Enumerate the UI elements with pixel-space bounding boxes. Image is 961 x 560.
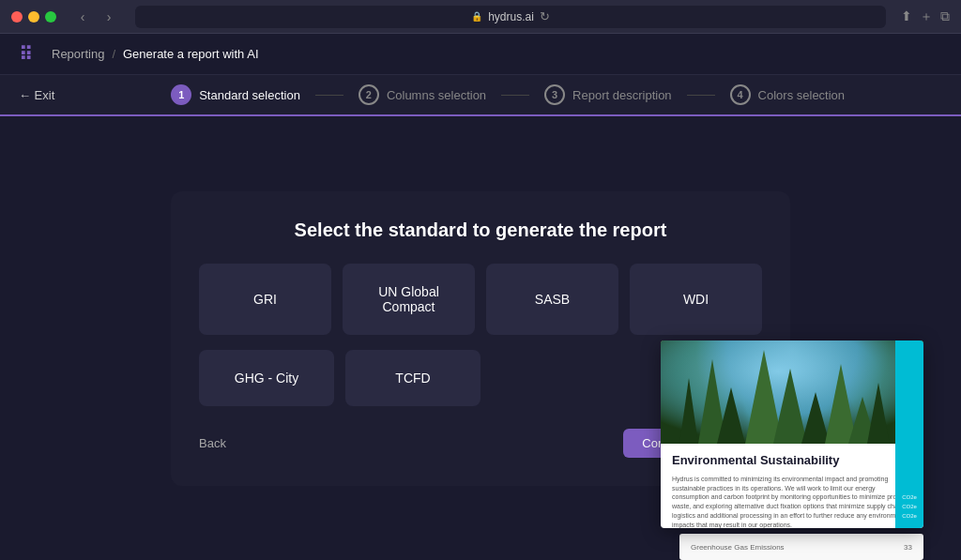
browser-chrome: ‹ › 🔒 hydrus.ai ↻ ⬆ ＋ ⧉ bbox=[0, 0, 961, 34]
step-divider-3 bbox=[687, 95, 715, 96]
standard-ghg[interactable]: GHG - City bbox=[199, 350, 334, 406]
step-2-circle: 2 bbox=[358, 84, 379, 105]
doc-title: Environmental Sustainability bbox=[672, 453, 912, 469]
close-traffic-light[interactable] bbox=[11, 11, 23, 23]
main-content: Select the standard to generate the repo… bbox=[0, 116, 961, 560]
wizard-step-2[interactable]: 2 Columns selection bbox=[358, 84, 486, 105]
standard-sasb[interactable]: SASB bbox=[486, 264, 618, 335]
minimize-traffic-light[interactable] bbox=[28, 11, 39, 23]
breadcrumb-current: Generate a report with AI bbox=[123, 47, 259, 61]
doc-page-main: Environmental Sustainability Hydrus is c… bbox=[661, 341, 923, 528]
forest-svg bbox=[661, 341, 895, 444]
bar-label-1: CO2e bbox=[902, 494, 917, 500]
step-4-label: Colors selection bbox=[758, 88, 846, 102]
second-page-num: 33 bbox=[904, 543, 912, 552]
card-title: Select the standard to generate the repo… bbox=[199, 219, 762, 241]
doc-page-second: Greenhouse Gas Emissions 33 bbox=[679, 534, 923, 560]
document-overlay: Environmental Sustainability Hydrus is c… bbox=[661, 341, 923, 560]
step-4-circle: 4 bbox=[730, 84, 751, 105]
browser-nav: ‹ › bbox=[71, 6, 120, 28]
step-2-label: Columns selection bbox=[387, 88, 486, 102]
breadcrumb-separator: / bbox=[112, 47, 115, 61]
doc-body-text: Hydrus is committed to minimizing its en… bbox=[672, 475, 912, 528]
forest-background bbox=[661, 341, 923, 444]
breadcrumb: Reporting / Generate a report with AI bbox=[52, 47, 259, 61]
doc-forest-image bbox=[661, 341, 923, 444]
standards-grid-row1: GRI UN Global Compact SASB WDI bbox=[199, 264, 762, 335]
doc-content: Environmental Sustainability Hydrus is c… bbox=[661, 444, 923, 528]
fullscreen-traffic-light[interactable] bbox=[45, 11, 56, 23]
standard-wdi[interactable]: WDI bbox=[630, 264, 762, 335]
step-1-label: Standard selection bbox=[199, 88, 300, 102]
back-nav-button[interactable]: ‹ bbox=[71, 6, 94, 28]
doc-right-bar: CO2e CO2e CO2e bbox=[895, 341, 923, 528]
reload-icon[interactable]: ↻ bbox=[540, 9, 550, 23]
breadcrumb-parent[interactable]: Reporting bbox=[52, 47, 104, 61]
second-page-label: Greenhouse Gas Emissions bbox=[691, 543, 785, 552]
exit-button[interactable]: ← Exit bbox=[19, 88, 54, 102]
step-1-circle: 1 bbox=[171, 84, 191, 105]
bar-label-3: CO2e bbox=[902, 513, 917, 519]
step-3-label: Report description bbox=[572, 88, 672, 102]
wizard-step-4[interactable]: 4 Colors selection bbox=[730, 84, 846, 105]
bar-label-2: CO2e bbox=[902, 504, 917, 509]
app-logo: ⠿ bbox=[19, 43, 33, 66]
standard-un[interactable]: UN Global Compact bbox=[343, 264, 475, 335]
lock-icon: 🔒 bbox=[471, 11, 482, 22]
standard-tcfd[interactable]: TCFD bbox=[345, 350, 480, 406]
doc-title-text: Environmental Sustainability bbox=[672, 453, 839, 467]
step-divider-1 bbox=[315, 95, 343, 96]
wizard-step-3[interactable]: 3 Report description bbox=[544, 84, 672, 105]
back-button[interactable]: Back bbox=[199, 436, 226, 450]
wizard-header: ← Exit 1 Standard selection 2 Columns se… bbox=[0, 75, 961, 116]
tabs-icon[interactable]: ⧉ bbox=[940, 8, 950, 25]
traffic-lights bbox=[11, 11, 56, 23]
app-container: ⠿ Reporting / Generate a report with AI … bbox=[0, 34, 961, 560]
standards-grid-row2: GHG - City TCFD bbox=[199, 350, 480, 406]
step-divider-2 bbox=[501, 95, 529, 96]
wizard-steps: 1 Standard selection 2 Columns selection… bbox=[73, 84, 942, 105]
step-3-circle: 3 bbox=[544, 84, 565, 105]
exit-label: ← Exit bbox=[19, 88, 54, 102]
forward-nav-button[interactable]: › bbox=[98, 6, 120, 28]
address-bar[interactable]: 🔒 hydrus.ai ↻ bbox=[135, 6, 886, 28]
add-tab-icon[interactable]: ＋ bbox=[920, 8, 933, 25]
share-icon[interactable]: ⬆ bbox=[901, 8, 912, 25]
standard-gri[interactable]: GRI bbox=[199, 264, 331, 335]
browser-actions: ⬆ ＋ ⧉ bbox=[901, 8, 950, 25]
url-text: hydrus.ai bbox=[488, 10, 534, 23]
top-nav: ⠿ Reporting / Generate a report with AI bbox=[0, 34, 961, 75]
wizard-step-1[interactable]: 1 Standard selection bbox=[171, 84, 300, 105]
